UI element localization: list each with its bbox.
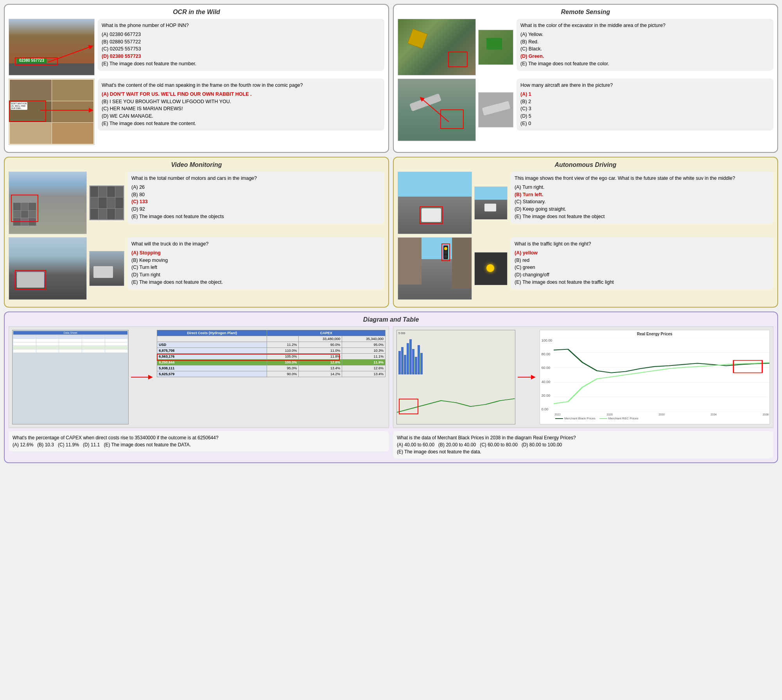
ocr-q1-optB: (B) 02880 557722 <box>102 38 380 46</box>
capex-sub-val1 <box>267 336 299 342</box>
remote-q2-question: How many aircraft are there in the pictu… <box>520 82 769 89</box>
y-label-80: 80.00 <box>542 352 552 356</box>
video-image2a <box>9 237 87 300</box>
y-axis: 100.00 80.00 60.00 40.00 20.00 0.00 <box>540 338 554 412</box>
auto-image1a <box>398 172 472 234</box>
remote-q2-optD: (D) 5 <box>520 113 769 120</box>
diagram-left-correct: (C) 11.9% <box>58 442 79 448</box>
remote-q1-optB: (B) Red. <box>520 38 769 46</box>
chart-svg-container: 2022 2026 2030 2034 2038 <box>554 338 769 412</box>
capex-header-col1: Direct Costs (Hydrogen Plant) <box>157 330 267 336</box>
ocr-q1-optC: (C) 02025 557753 <box>102 45 380 53</box>
remote-q1-optD: (D) Green. <box>520 53 769 60</box>
diagram-right-question: What is the data of Merchant Black Price… <box>397 434 769 441</box>
legend-rec-line <box>599 418 607 419</box>
capex-row-6563-105: 105.0% <box>267 354 299 360</box>
auto-q1-optA: (A) Turn right. <box>515 184 769 191</box>
legend-black-label: Merchant Black Prices <box>564 417 595 420</box>
capex-row-6875-label: 6,875,708 <box>157 348 267 354</box>
remote-images1 <box>398 19 513 75</box>
capex-row-6250-126: 12.6% <box>299 360 342 365</box>
main-container: OCR in the Wild 02380 557723 <box>4 4 778 463</box>
legend-black-line <box>555 418 563 419</box>
auto-q2-question: What is the traffic light on the right? <box>515 240 769 248</box>
diagram-left-opts: (A) 12.6% (B) 10.3 (C) 11.9% (D) 11.1 (E… <box>13 441 385 448</box>
video-q2-optD: (D) Turn right <box>131 271 380 279</box>
video-qa1: What is the total number of motors and c… <box>9 172 384 234</box>
left-chart-thumbnail: 5 000 <box>396 330 515 424</box>
remote-title: Remote Sensing <box>398 9 773 16</box>
remote-q1-optC: (C) Black. <box>520 45 769 53</box>
ocr-image2: DON'T WAIT FORUS. WE'LL FINDOUR OWN... <box>9 79 95 145</box>
ocr-qa2-text: What's the content of the old man speaki… <box>98 79 384 131</box>
capex-row-6875-110: 110.0% <box>267 348 299 354</box>
remote-q1-optA: (A) Yellow. <box>520 31 769 38</box>
energy-chart-title: Real Energy Prices <box>540 330 769 338</box>
energy-chart: Real Energy Prices 100.00 80.00 60.00 40… <box>540 330 770 424</box>
auto-q2-optD: (D) changing/off <box>515 271 769 279</box>
capex-row-usd-label: USD <box>157 342 267 348</box>
remote-q1-question: What is the color of the excavator in th… <box>520 22 769 29</box>
svg-line-2 <box>421 98 449 122</box>
ocr-q2-optE: (E) The image does not feature the conte… <box>102 120 380 127</box>
ocr-section: OCR in the Wild 02380 557723 <box>4 4 389 153</box>
remote-q2-optA: (A) 1 <box>520 91 769 98</box>
remote-qa2: How many aircraft are there in the pictu… <box>398 79 773 141</box>
diagram-image-right: 5 000 <box>393 326 773 428</box>
legend-black-prices: Merchant Black Prices <box>555 417 595 420</box>
capex-row-6250-100: 100.0% <box>267 360 299 365</box>
capex-row-5938-label: 5,938,111 <box>157 365 267 371</box>
diagram-right-qa: What is the data of Merchant Black Price… <box>393 431 773 458</box>
svg-line-0 <box>48 47 91 62</box>
capex-row-6563-111: 11.1% <box>342 354 386 360</box>
capex-sub-header1 <box>157 336 267 342</box>
remote-qa2-text: How many aircraft are there in the pictu… <box>517 79 773 131</box>
x-axis: 2022 2026 2030 2034 2038 <box>554 413 769 416</box>
energy-chart-svg <box>554 338 769 412</box>
video-q2-optA: (A) Stopping <box>131 249 380 257</box>
x-2038: 2038 <box>762 413 769 416</box>
ocr-q1-optD: (D) 02380 557723 <box>102 53 380 60</box>
capex-row-6250-label: 6,250,644 <box>157 360 267 365</box>
y-label-20: 20.00 <box>542 394 552 397</box>
remote-image1b <box>478 30 513 65</box>
ocr-q1-optE: (E) The image does not feature the numbe… <box>102 60 380 68</box>
auto-q1-optD: (D) Keep going straight. <box>515 206 769 213</box>
video-q2-optB: (B) Keep moving <box>131 257 380 264</box>
capex-row-usd-pct: 11.2% <box>267 342 299 348</box>
auto-qa2-text: What is the traffic light on the right? … <box>511 237 773 289</box>
capex-header-capex: CAPEX <box>267 330 386 336</box>
ocr-q2-optA: (A) DON'T WAIT FOR US. WE'LL FIND OUR OW… <box>102 91 380 98</box>
capex-row-6250-119: 11.9% <box>342 360 386 365</box>
video-q1-optD: (D) 92 <box>131 206 380 213</box>
arrow-connector-left <box>131 330 154 424</box>
capex-row-usd-90: 90.0% <box>299 342 342 348</box>
video-section: Video Monitoring <box>4 157 389 308</box>
x-2034: 2034 <box>710 413 717 416</box>
ocr-qa2: DON'T WAIT FORUS. WE'LL FINDOUR OWN... <box>9 79 384 145</box>
capex-row-5625-142: 14.2% <box>299 371 342 377</box>
auto-q1-optB: (B) Turn left. <box>515 191 769 199</box>
legend-rec-label: Merchant REC Prices <box>608 417 639 420</box>
y-label-100: 100.00 <box>542 338 552 342</box>
auto-image2b <box>474 252 508 285</box>
arrow-connector-right <box>518 330 537 424</box>
top-row: OCR in the Wild 02380 557723 <box>4 4 778 153</box>
capex-val-35m: 35,340,000 <box>342 336 386 342</box>
ocr-title: OCR in the Wild <box>9 9 384 16</box>
video-q1-optA: (A) 26 <box>131 184 380 191</box>
auto-qa1: This image shows the front view of the e… <box>398 172 773 234</box>
ocr-q2-optC: (C) HER NAME IS MARIAN DREWS! <box>102 105 380 113</box>
diagram-right-correct: (C) 60.00 to 80.00 <box>480 442 518 448</box>
diagram-left-question: What's the percentage of CAPEX when dire… <box>13 434 385 441</box>
capex-table: Direct Costs (Hydrogen Plant) CAPEX 33,4… <box>157 330 386 377</box>
autonomous-title: Autonomous Driving <box>398 161 773 168</box>
remote-qa1: What is the color of the excavator in th… <box>398 19 773 75</box>
ocr-qa1-text: What is the phone number of HOP INN? (A)… <box>98 19 384 71</box>
diagram-content: Data Sheet <box>9 326 773 458</box>
remote-section: Remote Sensing <box>393 4 778 153</box>
y-label-60: 60.00 <box>542 366 552 370</box>
auto-q2-optC: (C) green <box>515 264 769 271</box>
y-label-0: 0.00 <box>542 407 552 411</box>
video-q2-question: What will the truck do in the image? <box>131 240 380 248</box>
